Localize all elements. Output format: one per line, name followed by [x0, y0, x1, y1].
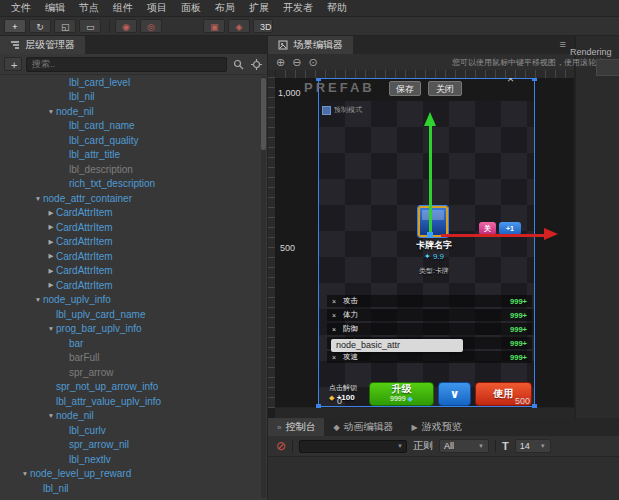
menu-item[interactable]: 布局 — [208, 1, 242, 15]
hierarchy-scrollbar[interactable] — [261, 76, 266, 498]
search-icon[interactable] — [231, 57, 245, 71]
tree-item[interactable]: lbl_card_quality — [0, 133, 260, 148]
tree-item[interactable]: spr_arrow_nil — [0, 438, 260, 453]
upgrade-cost-value: 9999 — [390, 395, 406, 402]
chevron-down-icon[interactable]: ▼ — [33, 296, 43, 303]
panel-menu-icon[interactable]: ≡ — [560, 38, 566, 50]
tree-item[interactable]: ▶CardAttrItem — [0, 220, 260, 235]
tree-item[interactable]: ▼node_attr_container — [0, 191, 260, 206]
hierarchy-search-input[interactable] — [26, 57, 227, 72]
hierarchy-scrollbar-thumb[interactable] — [261, 78, 266, 150]
prefab-save-button[interactable]: 保存 — [389, 81, 421, 96]
tree-item[interactable]: lbl_card_level — [0, 75, 260, 90]
log-level-select[interactable]: All ▼ — [439, 439, 489, 453]
world-coord-toggle[interactable]: ◈ — [228, 19, 250, 33]
tree-item[interactable]: ▶CardAttrItem — [0, 249, 260, 264]
menu-item[interactable]: 组件 — [106, 1, 140, 15]
font-size-icon: T — [502, 440, 509, 452]
tree-item[interactable]: lbl_card_name — [0, 119, 260, 134]
selection-handle[interactable] — [532, 78, 537, 81]
gizmo-anchor-dot[interactable] — [427, 232, 433, 238]
tab-preview[interactable]: ▶游戏预览 — [403, 418, 471, 436]
tree-item[interactable]: ▼node_uplv_info — [0, 293, 260, 308]
zoom-out-icon[interactable]: ⊖ — [292, 56, 301, 69]
tree-item[interactable]: ▶CardAttrItem — [0, 206, 260, 221]
tree-item[interactable]: ▶CardAttrItem — [0, 264, 260, 279]
add-node-button[interactable]: + — [4, 57, 22, 71]
close-icon[interactable]: × — [507, 78, 514, 86]
gizmo-x-arrowhead[interactable] — [544, 228, 558, 240]
pivot-toggle[interactable]: ◉ — [115, 19, 137, 33]
mode-3d-button[interactable]: 3D — [253, 19, 273, 33]
chevron-down-icon[interactable]: ▼ — [33, 195, 43, 202]
tree-item[interactable]: ▼node_nil — [0, 104, 260, 119]
chevron-down-icon[interactable]: ▼ — [46, 325, 56, 332]
menu-item[interactable]: 扩展 — [242, 1, 276, 15]
tree-item[interactable]: lbl_nil — [0, 90, 260, 105]
chevron-right-icon[interactable]: ▶ — [46, 281, 56, 289]
tree-item[interactable]: barFull — [0, 351, 260, 366]
rect-tool[interactable]: ▭ — [79, 19, 101, 33]
menu-item[interactable]: 面板 — [174, 1, 208, 15]
tab-hierarchy[interactable]: 层级管理器 — [0, 36, 85, 54]
regex-toggle[interactable]: 正则 — [413, 439, 433, 453]
chevron-right-icon[interactable]: ▶ — [46, 252, 56, 260]
move-tool[interactable]: + — [4, 19, 26, 33]
menu-item[interactable]: 文件 — [4, 1, 38, 15]
tree-item[interactable]: ▶CardAttrItem — [0, 278, 260, 293]
tree-item[interactable]: bar — [0, 336, 260, 351]
menu-item[interactable]: 编辑 — [38, 1, 72, 15]
selection-handle[interactable] — [316, 78, 321, 81]
menu-item[interactable]: 项目 — [140, 1, 174, 15]
tab-scene-editor[interactable]: 场景编辑器 — [268, 36, 353, 54]
prefab-root[interactable]: PREFAB 保存 关闭 × 预制模式 关 +1 卡牌名字 — [318, 78, 535, 407]
tree-item[interactable]: lbl_attr_title — [0, 148, 260, 163]
clear-console-icon[interactable]: ⊘ — [276, 440, 286, 452]
menu-item[interactable]: 帮助 — [320, 1, 354, 15]
gizmo-x-axis[interactable] — [441, 234, 544, 237]
zoom-in-icon[interactable]: ⊕ — [276, 56, 285, 69]
tree-item[interactable]: lbl_description — [0, 162, 260, 177]
expand-button[interactable]: ∨ — [438, 382, 471, 406]
tree-item[interactable]: lbl_nil — [0, 481, 260, 496]
locate-node-icon[interactable] — [249, 57, 263, 71]
tree-item[interactable]: spr_arrow — [0, 365, 260, 380]
tree-item[interactable]: lbl_uplv_card_name — [0, 307, 260, 322]
selection-handle[interactable] — [532, 404, 537, 408]
scale-tool[interactable]: ◱ — [54, 19, 76, 33]
selection-handle[interactable] — [316, 404, 321, 408]
tab-animation[interactable]: ◆动画编辑器 — [324, 418, 402, 436]
console-filter-input[interactable]: ▼ — [299, 440, 407, 453]
upgrade-button[interactable]: 升级 9999 ◆ — [369, 382, 434, 406]
chevron-right-icon[interactable]: ▶ — [46, 223, 56, 231]
chevron-down-icon[interactable]: ▼ — [20, 470, 30, 477]
font-size-select[interactable]: 14 ▼ — [515, 439, 551, 453]
chevron-down-icon[interactable]: ▼ — [46, 412, 56, 419]
tree-item[interactable]: spr_not_up_arrow_info — [0, 380, 260, 395]
menu-item[interactable]: 开发者 — [276, 1, 320, 15]
tree-item[interactable]: rich_txt_description — [0, 177, 260, 192]
scene-viewport[interactable]: 1,000 500 0 500 PREFAB 保存 关闭 × 预制模式 — [275, 78, 574, 408]
tree-item[interactable]: ▼node_nil — [0, 409, 260, 424]
tree-item[interactable]: ▼node_level_up_reward — [0, 467, 260, 482]
tree-item[interactable]: ▼prog_bar_uplv_info — [0, 322, 260, 337]
tab-console[interactable]: »控制台 — [268, 418, 324, 436]
panel-corner-box[interactable] — [596, 59, 619, 76]
local-coord-toggle[interactable]: ▣ — [203, 19, 225, 33]
chevron-right-icon[interactable]: ▶ — [46, 209, 56, 217]
card-sprite[interactable] — [418, 206, 448, 237]
gizmo-y-axis[interactable] — [429, 125, 432, 237]
tree-item[interactable]: lbl_curlv — [0, 423, 260, 438]
tree-item[interactable]: ▶CardAttrItem — [0, 235, 260, 250]
gizmo-y-arrowhead[interactable] — [424, 112, 436, 126]
tree-item[interactable]: lbl_nextlv — [0, 452, 260, 467]
rotate-tool[interactable]: ↻ — [29, 19, 51, 33]
chevron-right-icon[interactable]: ▶ — [46, 238, 56, 246]
menu-item[interactable]: 节点 — [72, 1, 106, 15]
chevron-down-icon[interactable]: ▼ — [46, 108, 56, 115]
tree-item[interactable]: lbl_attr_value_uplv_info — [0, 394, 260, 409]
zoom-reset-icon[interactable]: ⊙ — [308, 56, 317, 69]
chevron-right-icon[interactable]: ▶ — [46, 267, 56, 275]
anchor-toggle[interactable]: ◎ — [140, 19, 162, 33]
prefab-close-button[interactable]: 关闭 — [428, 81, 462, 96]
